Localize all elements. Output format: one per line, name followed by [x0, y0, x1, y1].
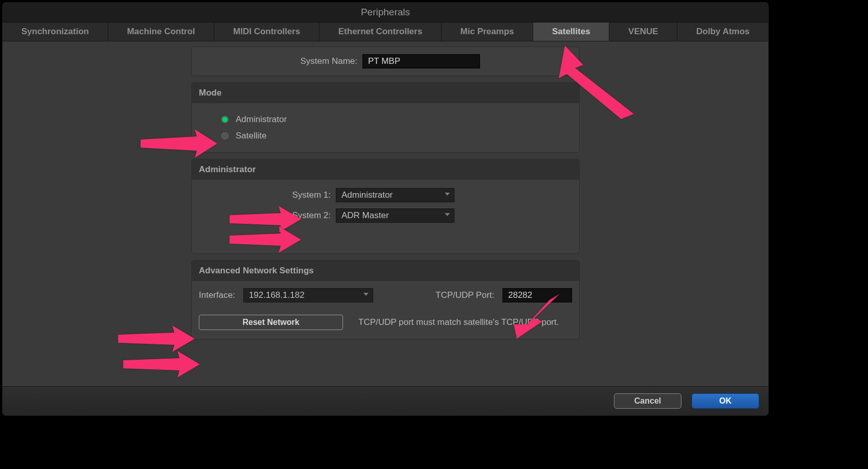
system-name-label: System Name:: [199, 56, 357, 66]
button-label: Cancel: [634, 396, 661, 406]
network-panel-header: Advanced Network Settings: [192, 261, 579, 281]
tab-label: Dolby Atmos: [696, 27, 749, 37]
tab-label: Machine Control: [127, 27, 195, 37]
system-name-panel: System Name:: [191, 46, 580, 76]
tab-label: MIDI Controllers: [233, 27, 300, 37]
system1-dropdown[interactable]: Administrator: [336, 188, 454, 202]
mode-panel-header: Mode: [192, 83, 579, 103]
administrator-panel: Administrator System 1: Administrator Sy…: [191, 159, 580, 254]
tab-label: Ethernet Controllers: [338, 27, 422, 37]
tab-mic-preamps[interactable]: Mic Preamps: [442, 22, 533, 41]
system2-label: System 2:: [192, 210, 331, 221]
tab-dolby-atmos[interactable]: Dolby Atmos: [677, 22, 768, 41]
button-label: Reset Network: [242, 318, 299, 327]
ok-button[interactable]: OK: [692, 393, 759, 409]
radio-icon: [220, 115, 230, 124]
port-input[interactable]: [502, 288, 572, 302]
tab-label: Synchronization: [21, 27, 89, 37]
system-name-input[interactable]: [362, 54, 480, 68]
network-panel: Advanced Network Settings Interface: 192…: [191, 260, 580, 340]
port-hint: TCP/UDP port must match satellite's TCP/…: [358, 317, 559, 327]
tab-satellites[interactable]: Satellites: [533, 22, 609, 41]
tab-ethernet-controllers[interactable]: Ethernet Controllers: [319, 22, 442, 41]
tab-label: Mic Preamps: [461, 27, 514, 37]
peripherals-window: Peripherals Synchronization Machine Cont…: [2, 2, 769, 416]
mode-panel: Mode Administrator Satellite: [191, 82, 580, 153]
dropdown-value: ADR Master: [341, 210, 389, 221]
cancel-button[interactable]: Cancel: [614, 393, 681, 409]
radio-label: Administrator: [236, 114, 287, 125]
dropdown-value: Administrator: [341, 190, 393, 200]
system1-label: System 1:: [192, 190, 331, 200]
window-title: Peripherals: [361, 7, 410, 18]
tab-label: Satellites: [552, 27, 590, 37]
interface-label: Interface:: [199, 290, 235, 300]
tab-bar: Synchronization Machine Control MIDI Con…: [3, 22, 768, 41]
radio-label: Satellite: [236, 131, 266, 141]
tab-synchronization[interactable]: Synchronization: [3, 22, 108, 41]
port-label: TCP/UDP Port:: [436, 290, 494, 300]
mode-radio-satellite[interactable]: Satellite: [220, 131, 572, 141]
administrator-panel-header: Administrator: [192, 159, 579, 180]
dropdown-value: 192.168.1.182: [249, 290, 305, 300]
window-titlebar: Peripherals: [3, 3, 768, 22]
tab-content: System Name: Mode Administrator Satellit…: [3, 41, 768, 386]
system2-dropdown[interactable]: ADR Master: [336, 208, 454, 223]
panel-stack: System Name: Mode Administrator Satellit…: [191, 46, 580, 386]
reset-network-button[interactable]: Reset Network: [199, 315, 343, 330]
radio-icon: [220, 131, 230, 140]
interface-dropdown[interactable]: 192.168.1.182: [243, 288, 373, 302]
mode-radio-administrator[interactable]: Administrator: [220, 114, 572, 125]
tab-venue[interactable]: VENUE: [609, 22, 677, 41]
dialog-footer: Cancel OK: [3, 386, 768, 415]
button-label: OK: [719, 396, 732, 406]
tab-label: VENUE: [628, 27, 658, 37]
tab-machine-control[interactable]: Machine Control: [108, 22, 215, 41]
tab-midi-controllers[interactable]: MIDI Controllers: [214, 22, 319, 41]
